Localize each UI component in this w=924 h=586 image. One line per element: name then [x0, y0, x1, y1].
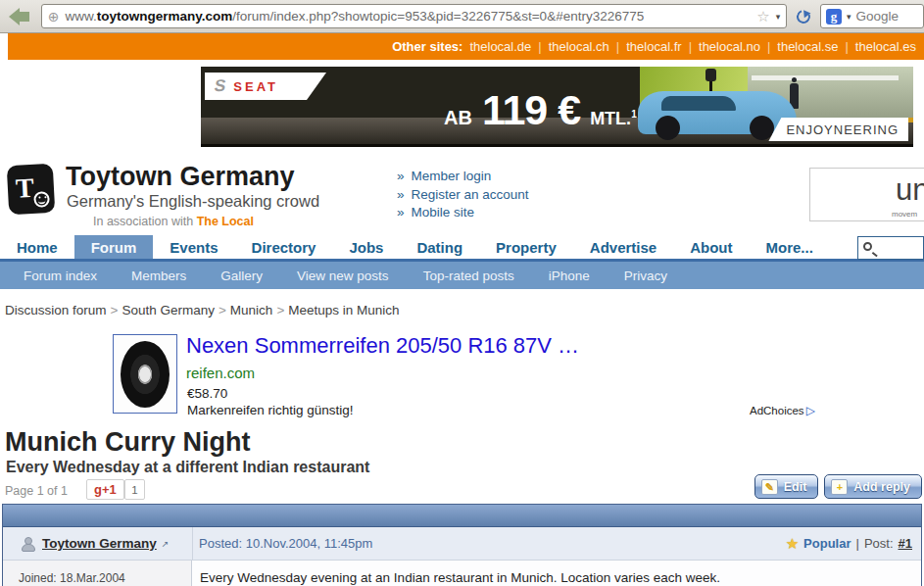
price-suffix-text: MTL. — [590, 109, 631, 128]
member-links: » Member login » Register an account » M… — [397, 168, 529, 222]
nav-item-jobs[interactable]: Jobs — [332, 235, 400, 259]
separator: | — [856, 536, 859, 551]
nav-item-directory[interactable]: Directory — [235, 235, 333, 259]
joined-date: Joined: 18.Mar.2004 — [19, 571, 125, 585]
back-arrow-icon — [9, 8, 30, 25]
reload-icon — [795, 7, 813, 25]
crumb-munich[interactable]: Munich — [230, 303, 273, 317]
popular-link[interactable]: Popular — [803, 536, 851, 551]
ad-tire-image[interactable] — [113, 334, 177, 414]
site-link-thelocal-es[interactable]: thelocal.es — [855, 39, 916, 54]
logo-letter: T — [15, 172, 34, 205]
search-engine-dropdown-icon[interactable]: ▾ — [847, 12, 851, 22]
url-text[interactable]: www.toytowngermany.com/forum/index.php?s… — [65, 9, 751, 24]
nav-item-property[interactable]: Property — [479, 235, 573, 259]
toytown-logo[interactable]: T — [7, 164, 56, 215]
reload-button[interactable] — [794, 10, 813, 24]
mobile-site-link[interactable]: » Mobile site — [397, 204, 529, 222]
side-ad-partial[interactable]: un movem — [809, 168, 924, 221]
price-suffix: MTL.1 — [590, 109, 637, 129]
breadcrumb-separator: > — [276, 303, 284, 317]
nav-item-more[interactable]: More... — [750, 235, 830, 259]
separator: | — [767, 39, 770, 54]
site-link-thelocal-no[interactable]: thelocal.no — [699, 39, 760, 54]
site-title: Toytown Germany — [66, 162, 295, 192]
separator: | — [845, 39, 848, 54]
adchoices-link[interactable]: AdChoices ▷ — [750, 404, 815, 417]
subnav-gallery[interactable]: Gallery — [220, 269, 263, 283]
site-link-thelocal-ch[interactable]: thelocal.ch — [549, 39, 609, 54]
site-header: T Toytown Germany Germany's English-spea… — [0, 162, 924, 232]
nav-item-about[interactable]: About — [673, 235, 749, 259]
side-ad-text: un — [896, 172, 924, 208]
nav-item-events[interactable]: Events — [153, 235, 234, 259]
seat-banner-ad[interactable]: S SEAT AB 119 € MTL.1 ENJOYNEERING — [201, 67, 913, 147]
subnav-iphone[interactable]: iPhone — [549, 269, 590, 283]
url-domain: toytowngermany.com — [97, 9, 233, 24]
separator: | — [538, 39, 541, 54]
crumb-south-germany[interactable]: South Germany — [122, 303, 215, 317]
post-header-right: ★ Popular | Post: #1 — [786, 535, 912, 553]
nav-item-home[interactable]: Home — [0, 235, 74, 259]
subnav-forum-index[interactable]: Forum index — [24, 269, 97, 283]
nav-item-advertise[interactable]: Advertise — [573, 235, 673, 259]
add-reply-button[interactable]: + Add reply — [824, 474, 922, 499]
the-local-link[interactable]: The Local — [197, 215, 254, 228]
site-link-thelocal-de[interactable]: thelocal.de — [469, 39, 531, 54]
seat-logo-box: S SEAT — [205, 73, 326, 100]
subnav-view-new-posts[interactable]: View new posts — [297, 269, 389, 283]
google-plusone-button[interactable]: g+1 — [86, 479, 124, 500]
subnav-privacy[interactable]: Privacy — [624, 269, 667, 283]
post-label: Post: — [864, 536, 894, 551]
pagination-row: Page 1 of 1 g+1 1 ✎ Edit + Add reply — [0, 478, 924, 502]
breadcrumb-separator: > — [111, 303, 119, 317]
url-prefix: www. — [65, 9, 96, 24]
external-link-icon[interactable]: ↗ — [162, 539, 170, 549]
ad-domain: reifen.com — [186, 365, 255, 381]
url-input[interactable]: ⊕ www.toytowngermany.com/forum/index.php… — [41, 4, 787, 28]
site-link-thelocal-fr[interactable]: thelocal.fr — [626, 39, 681, 54]
association-line: In association with The Local — [93, 215, 254, 228]
topic-title: Munich Curry Night — [5, 428, 924, 456]
pencil-icon: ✎ — [761, 479, 778, 495]
adchoices-label: AdChoices — [750, 405, 804, 416]
other-sites-label: Other sites: — [392, 39, 462, 54]
price-prefix: AB — [444, 107, 472, 129]
banner-bottom-strip — [201, 144, 913, 147]
search-engine-label: Google — [856, 9, 900, 24]
banner-car-graphic — [638, 91, 797, 134]
other-sites-bar: Other sites: thelocal.de | thelocal.ch |… — [8, 33, 924, 60]
author-link[interactable]: Toytown Germany — [42, 536, 157, 551]
price-footnote: 1 — [631, 109, 637, 120]
site-subtitle: Germany's English-speaking crowd — [67, 192, 319, 211]
post-content-cell: Every Wednesday evening at an Indian res… — [192, 561, 921, 586]
bookmark-star-icon[interactable]: ☆ — [756, 8, 769, 25]
enjoyneering-tagline: ENJOYNEERING — [768, 118, 908, 141]
register-account-link[interactable]: » Register an account — [397, 186, 529, 205]
crumb-discussion-forum[interactable]: Discussion forum — [5, 303, 107, 317]
site-search-input[interactable] — [857, 236, 924, 260]
member-login-link[interactable]: » Member login — [397, 168, 529, 186]
banner-price: AB 119 € MTL.1 — [444, 86, 637, 134]
edit-button[interactable]: ✎ Edit — [754, 474, 819, 499]
text-ad: Nexen Sommerreifen 205/50 R16 87V … reif… — [0, 331, 924, 421]
url-dropdown-icon[interactable]: ▾ — [776, 12, 781, 22]
post-number-link[interactable]: #1 — [899, 536, 912, 551]
ad-description: Markenreifen richtig günstig! — [187, 403, 354, 417]
nav-item-forum[interactable]: Forum — [74, 235, 154, 259]
nav-item-dating[interactable]: Dating — [400, 235, 479, 259]
back-button[interactable] — [5, 3, 34, 29]
ad-price: €58.70 — [187, 386, 227, 401]
browser-search-input[interactable]: g ▾ Google — [820, 4, 924, 28]
forum-subnav: Forum index Members Gallery View new pos… — [0, 262, 924, 289]
crumb-meetups-in-munich: Meetups in Munich — [288, 303, 399, 317]
subnav-members[interactable]: Members — [131, 269, 186, 283]
browser-toolbar: ⊕ www.toytowngermany.com/forum/index.php… — [0, 0, 924, 33]
site-link-thelocal-se[interactable]: thelocal.se — [777, 39, 838, 54]
subnav-top-rated-posts[interactable]: Top-rated posts — [423, 269, 514, 283]
separator: | — [616, 39, 619, 54]
post-header-row: Toytown Germany ↗ Posted: 10.Nov.2004, 1… — [3, 527, 921, 561]
ad-title-link[interactable]: Nexen Sommerreifen 205/50 R16 87V … — [186, 333, 579, 359]
plusone-count[interactable]: 1 — [124, 479, 145, 500]
add-reply-icon: + — [831, 479, 848, 495]
